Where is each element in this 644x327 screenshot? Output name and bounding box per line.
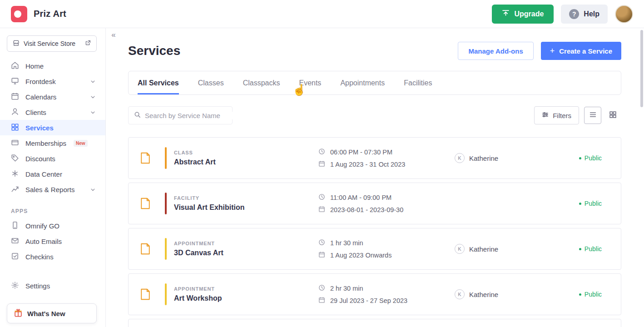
owner-name: Katherine bbox=[469, 245, 498, 253]
tab-facilities[interactable]: Facilities bbox=[404, 71, 432, 94]
services-tabbar: All Services Classes Classpacks Events A… bbox=[128, 71, 621, 95]
service-type-label: FACILITY bbox=[174, 195, 318, 201]
service-accent-stripe bbox=[165, 147, 167, 169]
service-card-partial[interactable] bbox=[128, 319, 621, 327]
service-card[interactable]: CLASS Abstract Art 06:00 PM - 07:30 PM 1… bbox=[128, 137, 621, 179]
vertical-scrollbar[interactable] bbox=[640, 30, 643, 107]
sidebar-item-clients[interactable]: Clients bbox=[0, 104, 105, 120]
service-dates: 1 Aug 2023 - 31 Oct 2023 bbox=[330, 161, 405, 168]
help-button[interactable]: ? Help bbox=[561, 5, 608, 24]
service-name[interactable]: Abstract Art bbox=[174, 158, 318, 166]
external-link-icon bbox=[85, 40, 91, 47]
gear-icon bbox=[11, 281, 19, 291]
page-title: Services bbox=[128, 44, 180, 58]
calendar-icon bbox=[318, 160, 325, 168]
calendar-icon bbox=[11, 92, 19, 102]
service-doc-icon bbox=[139, 287, 152, 301]
database-icon bbox=[11, 169, 19, 179]
filters-button[interactable]: Filters bbox=[534, 106, 579, 124]
status-dot bbox=[579, 157, 581, 159]
owner-avatar: K bbox=[455, 289, 465, 299]
sidebar-item-discounts[interactable]: Discounts bbox=[0, 151, 105, 166]
tab-appointments[interactable]: Appointments bbox=[340, 71, 385, 94]
service-accent-stripe bbox=[165, 193, 167, 214]
calendar-icon bbox=[318, 206, 325, 214]
sidebar-item-sales-reports[interactable]: Sales & Reports bbox=[0, 182, 105, 197]
sidebar-item-calendars[interactable]: Calendars bbox=[0, 89, 105, 104]
create-service-button[interactable]: + Create a Service bbox=[541, 42, 621, 60]
owner-avatar: K bbox=[455, 153, 465, 163]
sidebar-item-checkins[interactable]: Checkins bbox=[0, 249, 105, 264]
sidebar-item-home[interactable]: Home bbox=[0, 58, 105, 74]
service-dates: 1 Aug 2023 Onwards bbox=[330, 252, 391, 259]
service-type-label: APPOINTMENT bbox=[174, 286, 318, 292]
user-avatar[interactable] bbox=[615, 5, 633, 23]
service-doc-icon bbox=[139, 197, 152, 210]
chevron-down-icon bbox=[90, 93, 95, 101]
clock-icon bbox=[318, 284, 325, 292]
service-search bbox=[128, 106, 233, 124]
whats-new-button[interactable]: What's New bbox=[7, 303, 97, 323]
calendar-icon bbox=[318, 297, 325, 305]
sidebar-item-settings[interactable]: Settings bbox=[0, 278, 105, 293]
visibility-badge: Public bbox=[579, 245, 602, 253]
visibility-badge: Public bbox=[579, 291, 602, 298]
search-icon bbox=[134, 111, 141, 120]
gift-icon bbox=[14, 308, 23, 319]
visit-service-store-button[interactable]: Visit Service Store bbox=[7, 35, 97, 52]
service-card[interactable]: APPOINTMENT Art Workshop 2 hr 30 min 29 … bbox=[128, 273, 621, 315]
owner-avatar: K bbox=[455, 244, 465, 254]
question-icon: ? bbox=[569, 9, 579, 19]
chevron-down-icon bbox=[90, 109, 95, 116]
tab-events[interactable]: Events bbox=[299, 71, 321, 94]
sidebar-item-auto-emails[interactable]: Auto Emails bbox=[0, 233, 105, 249]
checkin-icon bbox=[11, 252, 19, 262]
service-time: 06:00 PM - 07:30 PM bbox=[330, 149, 392, 156]
tab-all-services[interactable]: All Services bbox=[138, 71, 179, 94]
upgrade-icon bbox=[502, 9, 510, 19]
service-time: 11:00 AM - 09:00 PM bbox=[330, 194, 391, 201]
calendar-icon bbox=[318, 251, 325, 259]
visibility-badge: Public bbox=[579, 200, 602, 207]
owner-name: Katherine bbox=[469, 291, 498, 298]
service-name[interactable]: Art Workshop bbox=[174, 294, 318, 302]
chart-icon bbox=[11, 185, 19, 194]
service-doc-icon bbox=[139, 242, 152, 256]
brand-logo bbox=[11, 6, 27, 22]
service-name[interactable]: Visual Art Exhibition bbox=[174, 203, 318, 212]
chevron-down-icon bbox=[90, 186, 95, 193]
sidebar-item-data-center[interactable]: Data Center bbox=[0, 166, 105, 182]
sidebar-item-omnify-go[interactable]: Omnify GO bbox=[0, 218, 105, 233]
owner-name: Katherine bbox=[469, 154, 498, 162]
topbar: Priz Art Upgrade ? Help bbox=[0, 0, 644, 28]
mail-icon bbox=[11, 237, 19, 246]
upgrade-button[interactable]: Upgrade bbox=[492, 5, 554, 24]
service-accent-stripe bbox=[165, 238, 167, 260]
sidebar-item-frontdesk[interactable]: Frontdesk bbox=[0, 74, 105, 89]
manage-addons-button[interactable]: Manage Add-ons bbox=[458, 42, 533, 60]
storefront-icon bbox=[13, 40, 20, 48]
service-dates: 2023-08-01 - 2023-09-30 bbox=[330, 206, 403, 213]
sidebar-item-memberships[interactable]: Memberships New bbox=[0, 135, 105, 151]
membership-card-icon bbox=[11, 139, 19, 148]
person-icon bbox=[11, 108, 19, 117]
service-card[interactable]: FACILITY Visual Art Exhibition 11:00 AM … bbox=[128, 183, 621, 224]
filter-sliders-icon bbox=[542, 111, 549, 119]
service-card[interactable]: APPOINTMENT 3D Canvas Art 1 hr 30 min 1 … bbox=[128, 228, 621, 270]
service-type-label: CLASS bbox=[174, 150, 318, 155]
service-accent-stripe bbox=[165, 283, 167, 305]
service-card-list: CLASS Abstract Art 06:00 PM - 07:30 PM 1… bbox=[128, 137, 621, 327]
service-doc-icon bbox=[139, 151, 152, 165]
search-input[interactable] bbox=[145, 112, 235, 119]
service-name[interactable]: 3D Canvas Art bbox=[174, 249, 318, 257]
grid-icon bbox=[11, 123, 19, 133]
sidebar-item-services[interactable]: Services bbox=[0, 120, 105, 135]
tab-classes[interactable]: Classes bbox=[198, 71, 224, 94]
new-badge: New bbox=[74, 140, 88, 147]
grid-view-button[interactable] bbox=[604, 107, 621, 124]
tab-classpacks[interactable]: Classpacks bbox=[243, 71, 280, 94]
list-view-button[interactable] bbox=[584, 107, 601, 124]
home-icon bbox=[11, 61, 19, 71]
view-toggle bbox=[584, 107, 621, 124]
status-dot bbox=[579, 203, 581, 205]
